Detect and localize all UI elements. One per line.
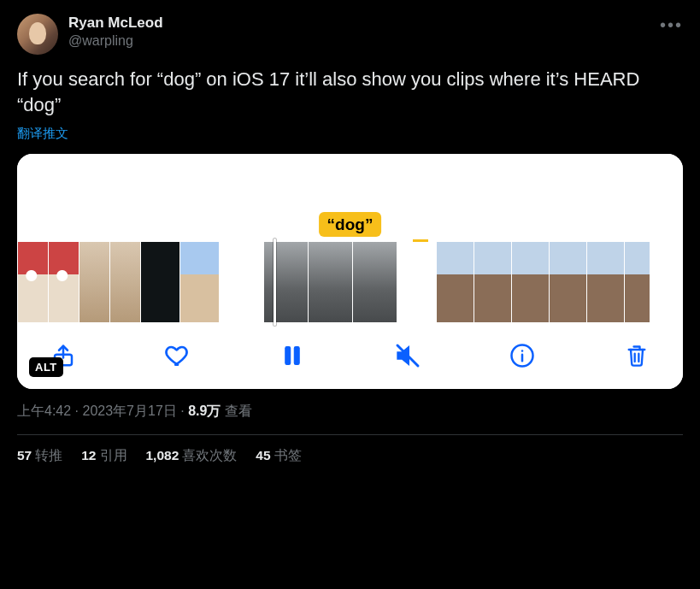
avatar[interactable]: [17, 14, 58, 55]
tweet-stats: 57转推 12引用 1,082喜欢次数 45书签: [17, 435, 683, 465]
retweets-stat[interactable]: 57转推: [17, 447, 62, 465]
bookmarks-count: 45: [256, 448, 270, 462]
likes-stat[interactable]: 1,082喜欢次数: [146, 447, 238, 465]
tweet-date[interactable]: 2023年7月17日: [82, 403, 176, 418]
timeline-thumbnail: [624, 242, 650, 322]
timeline-thumbnail: [79, 242, 109, 322]
quotes-count: 12: [81, 448, 96, 462]
author-display-name: Ryan McLeod: [68, 14, 660, 32]
timeline-thumbnail: [263, 242, 308, 322]
author-handle: @warpling: [68, 32, 660, 50]
author-block[interactable]: Ryan McLeod @warpling: [68, 14, 660, 50]
timeline-thumbnail: [17, 242, 48, 322]
tweet-meta: 上午4:42 · 2023年7月17日 · 8.9万 查看: [17, 403, 683, 421]
timeline-thumbnail: [436, 242, 474, 322]
mute-icon[interactable]: [391, 339, 425, 373]
retweets-count: 57: [17, 448, 32, 462]
retweets-label: 转推: [35, 448, 62, 462]
meta-sep: ·: [177, 403, 188, 418]
heart-icon[interactable]: [161, 339, 195, 373]
timeline-thumbnail: [352, 242, 397, 322]
tweet-header: Ryan McLeod @warpling •••: [17, 14, 683, 55]
timeline-thumbnail: [109, 242, 140, 322]
bookmarks-label: 书签: [274, 448, 302, 462]
playhead-icon[interactable]: [274, 239, 276, 326]
views-count: 8.9万: [188, 403, 221, 418]
svg-rect-1: [285, 347, 291, 365]
media-preview-top: “dog”: [17, 154, 683, 242]
timeline-thumbnail: [179, 242, 219, 322]
likes-count: 1,082: [146, 448, 179, 462]
tweet-time[interactable]: 上午4:42: [17, 403, 71, 418]
bookmarks-stat[interactable]: 45书签: [256, 447, 301, 465]
timeline-thumbnail: [140, 242, 179, 322]
timeline-thumbnail: [549, 242, 586, 322]
quotes-label: 引用: [100, 448, 127, 462]
media-attachment[interactable]: “dog”: [17, 154, 683, 389]
svg-rect-2: [295, 347, 300, 365]
tweet-body-text: If you search for “dog” on iOS 17 it’ll …: [17, 67, 683, 117]
media-toolbar: [17, 322, 683, 389]
video-timeline[interactable]: [17, 242, 683, 322]
translate-link[interactable]: 翻译推文: [17, 126, 68, 142]
likes-label: 喜欢次数: [182, 448, 237, 462]
keyword-tag: “dog”: [319, 212, 382, 237]
timeline-thumbnail: [48, 242, 79, 322]
timeline-thumbnail: [308, 242, 352, 322]
views-label: 查看: [221, 403, 251, 418]
pause-icon[interactable]: [275, 339, 309, 373]
tweet-container: Ryan McLeod @warpling ••• If you search …: [0, 0, 700, 472]
meta-sep: ·: [71, 403, 82, 418]
timeline-gap: [397, 242, 436, 322]
svg-point-6: [521, 350, 524, 353]
timeline-thumbnail: [586, 242, 624, 322]
timeline-thumbnail: [511, 242, 549, 322]
timeline-gap: [219, 242, 263, 322]
quotes-stat[interactable]: 12引用: [81, 447, 126, 465]
timeline-thumbnail: [474, 242, 511, 322]
trash-icon[interactable]: [620, 339, 654, 373]
info-icon[interactable]: [505, 339, 539, 373]
more-options-icon[interactable]: •••: [660, 14, 683, 35]
alt-badge[interactable]: ALT: [29, 357, 63, 377]
